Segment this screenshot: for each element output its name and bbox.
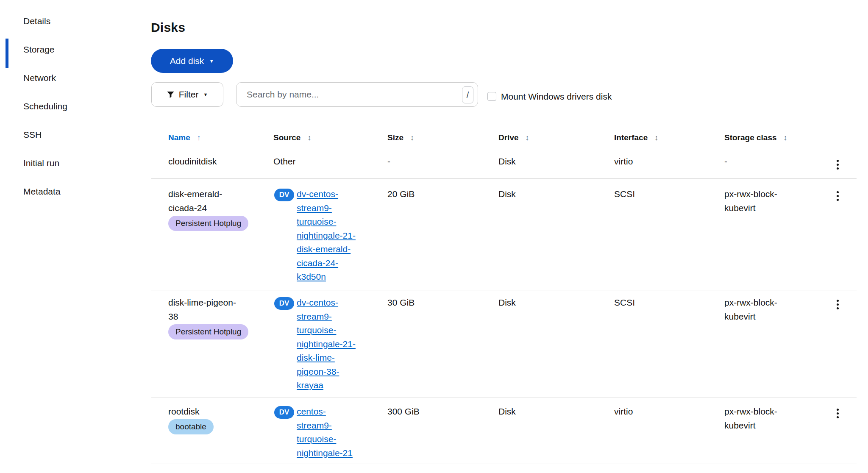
datavolume-badge: DV [274,189,294,201]
disk-name: cloudinitdisk [168,155,217,169]
slash-shortcut-hint: / [462,86,473,103]
sidebar-item-ssh[interactable]: SSH [23,120,134,149]
kebab-menu-icon[interactable] [830,406,845,421]
row-divider [151,178,857,179]
disk-drive: Disk [498,296,516,310]
page-title: Disks [151,20,185,35]
filter-icon [167,91,174,98]
disk-storage-class: px-rwx-block- kubevirt [724,296,777,323]
sidebar-rail [7,4,7,213]
sort-both-icon: ↕ [307,131,311,145]
column-header-storage-class[interactable]: Storage class ↕ [724,131,787,145]
search-input[interactable] [236,83,478,106]
filter-label: Filter [179,89,199,100]
column-header-size[interactable]: Size ↕ [387,131,414,145]
disk-source: Other [273,155,296,169]
disk-interface: virtio [614,405,633,419]
sort-both-icon: ↕ [410,131,414,145]
chevron-down-icon: ▼ [203,92,208,97]
disk-size: 30 GiB [387,296,415,310]
column-header-name[interactable]: Name ↑ [168,131,201,145]
filter-button[interactable]: Filter ▼ [151,82,223,107]
sidebar-item-scheduling[interactable]: Scheduling [23,92,134,120]
datavolume-badge: DV [274,297,294,310]
column-header-interface[interactable]: Interface ↕ [614,131,658,145]
sort-ascending-icon: ↑ [197,131,201,145]
disk-drive: Disk [498,155,516,169]
disk-source-link[interactable]: centos- stream9- turquoise- nightingale-… [297,405,386,460]
row-divider [151,398,857,398]
chevron-down-icon: ▼ [209,58,214,64]
mount-windows-drivers-checkbox[interactable] [487,92,496,101]
sidebar-item-network[interactable]: Network [23,64,134,92]
kebab-menu-icon[interactable] [830,297,845,312]
disk-size: 300 GiB [387,405,420,419]
vm-details-sidebar: Details Storage Network Scheduling SSH I… [23,7,134,206]
kebab-menu-icon[interactable] [830,188,845,203]
disk-storage-class: - [724,155,727,169]
disk-size: 20 GiB [387,187,415,201]
vm-details-storage-page: Details Storage Network Scheduling SSH I… [0,0,868,473]
disk-interface: SCSI [614,187,635,201]
disk-drive: Disk [498,187,516,201]
sort-both-icon: ↕ [784,131,787,145]
persistent-hotplug-badge: Persistent Hotplug [168,324,248,339]
mount-windows-drivers-label[interactable]: Mount Windows drivers disk [501,91,612,102]
add-disk-label: Add disk [170,56,204,66]
disk-drive: Disk [498,405,516,419]
disk-name: rootdisk [168,405,200,419]
sidebar-item-initial-run[interactable]: Initial run [23,149,134,177]
kebab-menu-icon[interactable] [830,157,845,172]
bootable-badge: bootable [168,419,214,434]
disk-storage-class: px-rwx-block- kubevirt [724,405,777,432]
disk-source-link[interactable]: dv-centos- stream9- turquoise- nightinga… [297,296,386,392]
datavolume-badge: DV [274,406,294,419]
search-box: / [236,82,478,107]
sidebar-active-indicator [6,39,8,68]
disk-name: disk-lime-pigeon- 38 [168,296,236,323]
persistent-hotplug-badge: Persistent Hotplug [168,216,248,231]
disk-storage-class: px-rwx-block- kubevirt [724,187,777,215]
sidebar-item-storage[interactable]: Storage [23,35,134,64]
sort-both-icon: ↕ [526,131,529,145]
add-disk-button[interactable]: Add disk ▼ [151,49,233,73]
disk-interface: SCSI [614,296,635,310]
disk-source-link[interactable]: dv-centos- stream9- turquoise- nightinga… [297,187,386,284]
sort-both-icon: ↕ [654,131,658,145]
disk-size: - [387,155,390,169]
sidebar-item-metadata[interactable]: Metadata [23,177,134,206]
row-divider [151,290,857,290]
row-divider [151,464,857,464]
disk-interface: virtio [614,155,633,169]
column-header-drive[interactable]: Drive ↕ [498,131,529,145]
sidebar-item-details[interactable]: Details [23,7,134,35]
column-header-source[interactable]: Source ↕ [273,131,311,145]
disk-name: disk-emerald- cicada-24 [168,187,222,215]
